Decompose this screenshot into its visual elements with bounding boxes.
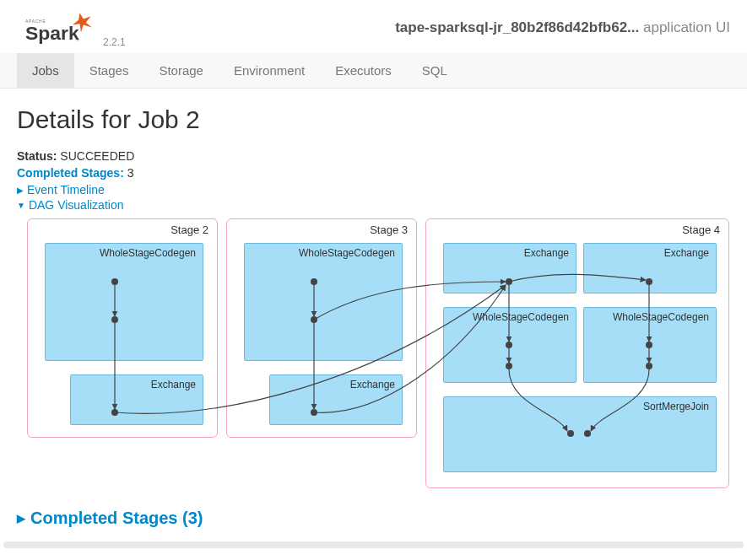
status-label: Status:: [17, 149, 57, 163]
stage-label: Stage 2: [171, 223, 208, 236]
stage-label: Stage 4: [682, 223, 720, 236]
caret-down-icon: ▼: [17, 201, 25, 210]
dag-node-exchange[interactable]: Exchange: [70, 374, 203, 425]
dag-node-exchange[interactable]: Exchange: [583, 243, 717, 293]
dag-node-exchange[interactable]: Exchange: [269, 374, 403, 425]
stage-box-4[interactable]: Stage 4 Exchange Exchange WholeStageCode…: [425, 218, 729, 488]
tab-stages[interactable]: Stages: [74, 53, 144, 88]
dag-visualization-toggle[interactable]: ▼ DAG Visualization: [17, 198, 730, 212]
dag-visualization-label: DAG Visualization: [29, 198, 124, 212]
tab-executors[interactable]: Executors: [320, 53, 407, 88]
caret-right-icon: ▶: [17, 512, 25, 525]
completed-stages-count: 3: [127, 166, 134, 180]
completed-stages-section-toggle[interactable]: ▶ Completed Stages (3): [17, 509, 730, 528]
completed-stages-section-label: Completed Stages (3): [30, 509, 203, 528]
dag-node-wholestagecodegen[interactable]: WholeStageCodegen: [583, 307, 717, 383]
dag-node-wholestagecodegen[interactable]: WholeStageCodegen: [443, 307, 576, 383]
dag-visualization: Stage 2 WholeStageCodegen Exchange Stage…: [17, 218, 729, 488]
version-label: 2.2.1: [103, 36, 126, 48]
spark-logo: APACHE Spark ™ 2.2.1: [25, 7, 126, 48]
tab-storage[interactable]: Storage: [143, 53, 219, 88]
stage-box-2[interactable]: Stage 2 WholeStageCodegen Exchange: [27, 218, 218, 438]
completed-stages-label[interactable]: Completed Stages:: [17, 166, 124, 180]
stage-label: Stage 3: [370, 223, 408, 236]
status-row: Status: SUCCEEDED: [17, 149, 730, 163]
event-timeline-toggle[interactable]: ▶ Event Timeline: [17, 183, 730, 197]
app-suffix: application UI: [639, 19, 730, 35]
status-value: SUCCEEDED: [60, 149, 134, 163]
horizontal-scrollbar[interactable]: [3, 541, 744, 548]
svg-text:™: ™: [75, 38, 79, 43]
stage-box-3[interactable]: Stage 3 WholeStageCodegen Exchange: [226, 218, 417, 438]
dag-node-wholestagecodegen[interactable]: WholeStageCodegen: [45, 243, 203, 361]
page-title: Details for Job 2: [17, 105, 730, 134]
tab-sql[interactable]: SQL: [407, 53, 463, 88]
app-name: tape-sparksql-jr_80b2f86d42bfb62...: [395, 19, 639, 35]
tab-jobs[interactable]: Jobs: [17, 53, 74, 88]
caret-right-icon: ▶: [17, 186, 24, 195]
tab-environment[interactable]: Environment: [219, 53, 320, 88]
app-title: tape-sparksql-jr_80b2f86d42bfb62... appl…: [126, 19, 730, 36]
svg-text:Spark: Spark: [25, 22, 79, 44]
dag-node-wholestagecodegen[interactable]: WholeStageCodegen: [244, 243, 403, 361]
event-timeline-label: Event Timeline: [27, 183, 105, 197]
dag-node-sortmergejoin[interactable]: SortMergeJoin: [443, 396, 717, 472]
dag-node-exchange[interactable]: Exchange: [443, 243, 576, 293]
completed-row: Completed Stages: 3: [17, 166, 730, 180]
nav-tabs: Jobs Stages Storage Environment Executor…: [0, 53, 747, 89]
